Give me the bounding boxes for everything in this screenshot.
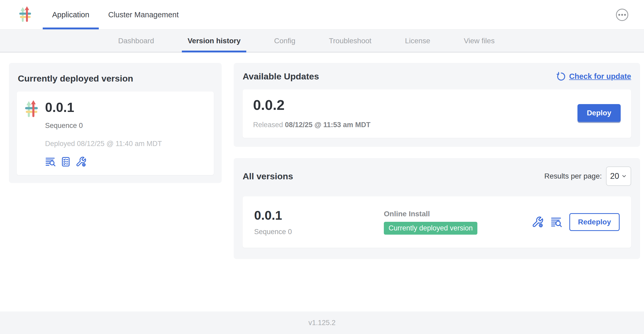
tab-dashboard-label: Dashboard xyxy=(118,37,154,45)
deployed-sequence: Sequence 0 xyxy=(45,122,162,130)
check-for-update-link[interactable]: Check for update xyxy=(556,72,631,81)
tab-application[interactable]: Application xyxy=(43,0,99,29)
tab-version-history-label: Version history xyxy=(188,37,241,45)
version-row: 0.0.1 Sequence 0 Online Install Currentl… xyxy=(243,196,631,248)
tab-version-history[interactable]: Version history xyxy=(182,30,246,52)
app-logo-arrows-icon xyxy=(25,99,38,120)
refresh-icon xyxy=(556,72,566,81)
all-versions-header: All versions Results per page: 20 xyxy=(243,166,631,186)
app-icon xyxy=(25,99,38,167)
app-logo xyxy=(19,0,31,29)
status-badge: Currently deployed version xyxy=(384,222,477,235)
currently-deployed-title: Currently deployed version xyxy=(18,73,214,84)
main-content: Currently deployed version 0.0.1 Sequenc… xyxy=(0,52,644,311)
version-row-actions: Redeploy xyxy=(532,213,620,231)
config-icon[interactable] xyxy=(532,216,544,228)
update-released-line: Released 08/12/25 @ 11:53 am MDT xyxy=(253,121,370,129)
currently-deployed-card: Currently deployed version 0.0.1 Sequenc… xyxy=(9,63,222,183)
tab-license[interactable]: License xyxy=(399,30,436,52)
ellipsis-menu-icon[interactable] xyxy=(616,9,628,21)
tab-cluster-management[interactable]: Cluster Management xyxy=(99,0,188,29)
available-update-row: 0.0.2 Released 08/12/25 @ 11:53 am MDT D… xyxy=(243,89,631,138)
tab-troubleshoot[interactable]: Troubleshoot xyxy=(323,30,377,52)
tab-config[interactable]: Config xyxy=(268,30,301,52)
config-icon[interactable] xyxy=(75,156,86,167)
version-row-status: Online Install Currently deployed versio… xyxy=(384,210,477,235)
tab-config-label: Config xyxy=(274,37,295,45)
preflight-checks-icon[interactable] xyxy=(60,156,71,167)
top-nav: Application Cluster Management xyxy=(0,0,644,30)
redeploy-button[interactable]: Redeploy xyxy=(569,213,620,231)
version-row-info: 0.0.1 Sequence 0 xyxy=(254,208,384,236)
deploy-button[interactable]: Deploy xyxy=(577,104,621,122)
deployed-version-info: 0.0.1 Sequence 0 Deployed 08/12/25 @ 11:… xyxy=(45,99,162,167)
version-row-sequence: Sequence 0 xyxy=(254,228,384,236)
tab-troubleshoot-label: Troubleshoot xyxy=(329,37,371,45)
right-column: Available Updates Check for update 0.0.2… xyxy=(234,63,640,259)
tab-application-label: Application xyxy=(52,10,89,19)
available-updates-card: Available Updates Check for update 0.0.2… xyxy=(234,63,640,147)
results-per-page-value: 20 xyxy=(610,171,619,181)
top-tab-bar: Application Cluster Management xyxy=(43,0,188,29)
logs-icon[interactable] xyxy=(550,216,563,228)
tab-view-files[interactable]: View files xyxy=(458,30,500,52)
deployed-action-icons xyxy=(45,156,162,167)
logs-icon[interactable] xyxy=(45,156,56,167)
all-versions-card: All versions Results per page: 20 0.0.1 … xyxy=(234,158,640,259)
released-date: 08/12/25 @ 11:53 am MDT xyxy=(285,121,371,129)
available-updates-title: Available Updates xyxy=(243,71,319,82)
results-per-page-select[interactable]: 20 xyxy=(606,166,631,186)
left-column: Currently deployed version 0.0.1 Sequenc… xyxy=(9,63,222,183)
released-prefix: Released xyxy=(253,121,283,129)
version-row-number: 0.0.1 xyxy=(254,208,384,223)
results-per-page: Results per page: 20 xyxy=(544,166,631,186)
deployed-timestamp: Deployed 08/12/25 @ 11:40 am MDT xyxy=(45,140,162,148)
all-versions-title: All versions xyxy=(243,171,293,181)
console-version: v1.125.2 xyxy=(308,319,336,327)
tab-cluster-management-label: Cluster Management xyxy=(108,10,179,19)
tab-license-label: License xyxy=(405,37,430,45)
update-info: 0.0.2 Released 08/12/25 @ 11:53 am MDT xyxy=(253,97,370,129)
tab-view-files-label: View files xyxy=(464,37,495,45)
chevron-down-icon xyxy=(621,173,627,179)
install-type: Online Install xyxy=(384,210,477,218)
deployed-version-number: 0.0.1 xyxy=(45,100,162,115)
app-logo-arrows-icon xyxy=(19,5,31,24)
results-per-page-label: Results per page: xyxy=(544,172,602,180)
footer: v1.125.2 xyxy=(0,311,644,334)
tab-dashboard[interactable]: Dashboard xyxy=(112,30,160,52)
update-version-number: 0.0.2 xyxy=(253,97,370,113)
available-updates-header: Available Updates Check for update xyxy=(243,71,631,82)
check-for-update-label: Check for update xyxy=(569,72,631,81)
app-sub-nav: Dashboard Version history Config Trouble… xyxy=(0,30,644,52)
deployed-version-panel: 0.0.1 Sequence 0 Deployed 08/12/25 @ 11:… xyxy=(17,91,214,175)
